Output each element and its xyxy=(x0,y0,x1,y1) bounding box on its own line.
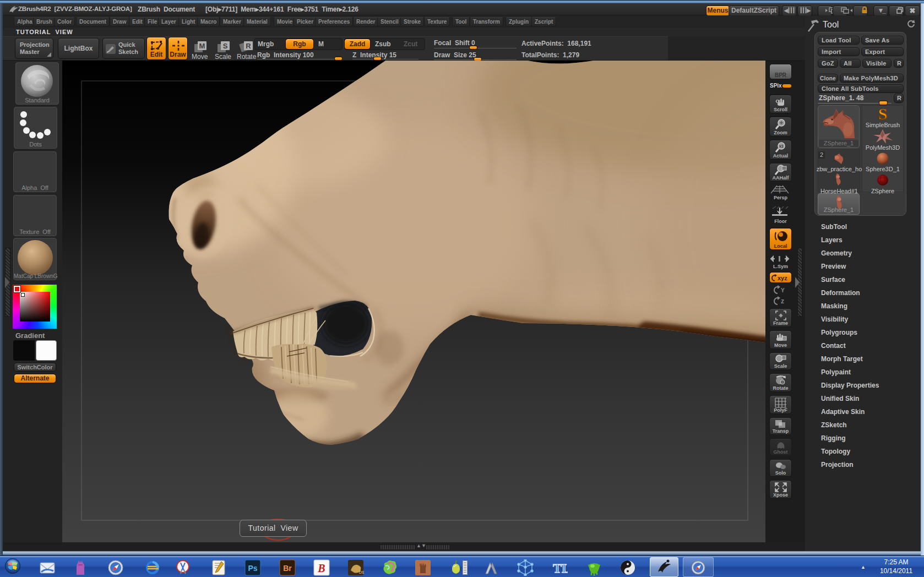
svg-text:DS3: DS3 xyxy=(359,570,364,574)
svg-text:Y: Y xyxy=(781,287,785,293)
svg-text:M: M xyxy=(199,42,205,50)
svg-text:x1: x1 xyxy=(779,144,784,148)
svg-text:Ps: Ps xyxy=(248,564,257,573)
svg-text:S: S xyxy=(223,42,228,50)
svg-text:B: B xyxy=(317,562,325,574)
svg-text:xyz: xyz xyxy=(778,275,787,281)
svg-text:R: R xyxy=(246,42,251,50)
svg-text:Z: Z xyxy=(781,299,784,305)
svg-text:TL: TL xyxy=(553,561,568,575)
svg-text:S: S xyxy=(878,106,888,121)
svg-text:Br: Br xyxy=(283,564,292,573)
